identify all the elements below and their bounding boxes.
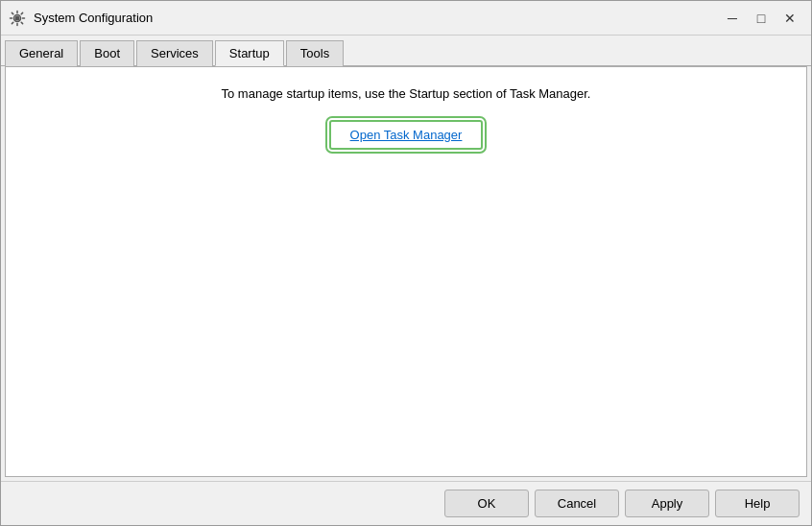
close-icon: ✕ [784, 12, 796, 25]
tab-tools[interactable]: Tools [286, 40, 344, 66]
maximize-icon: □ [757, 12, 765, 25]
window-icon [9, 10, 26, 27]
startup-content: To manage startup items, use the Startup… [5, 66, 807, 477]
open-task-manager-button[interactable]: Open Task Manager [329, 120, 484, 150]
window-title: System Configuration [34, 11, 719, 25]
tab-bar: General Boot Services Startup Tools [1, 36, 811, 66]
tab-startup[interactable]: Startup [215, 40, 284, 66]
window-controls: ─ □ ✕ [719, 7, 803, 30]
tab-general[interactable]: General [5, 40, 78, 66]
minimize-button[interactable]: ─ [719, 7, 746, 30]
title-bar: System Configuration ─ □ ✕ [1, 1, 811, 36]
close-button[interactable]: ✕ [776, 7, 803, 30]
tab-boot[interactable]: Boot [80, 40, 134, 66]
svg-point-0 [15, 15, 20, 20]
tab-services[interactable]: Services [136, 40, 213, 66]
apply-button[interactable]: Apply [625, 490, 709, 517]
maximize-button[interactable]: □ [748, 7, 775, 30]
button-bar: OK Cancel Apply Help [1, 481, 811, 525]
minimize-icon: ─ [728, 12, 737, 25]
ok-button[interactable]: OK [444, 490, 529, 517]
startup-info-text: To manage startup items, use the Startup… [25, 86, 787, 101]
cancel-button[interactable]: Cancel [535, 490, 619, 517]
help-button[interactable]: Help [715, 490, 800, 517]
system-configuration-window: System Configuration ─ □ ✕ General Boot … [0, 0, 812, 526]
